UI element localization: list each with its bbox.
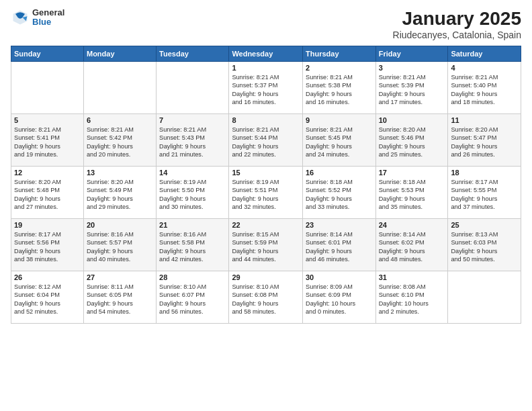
day-info: Sunrise: 8:21 AM Sunset: 5:45 PM Dayligh… (306, 126, 373, 159)
day-number: 5 (14, 116, 81, 124)
day-info: Sunrise: 8:13 AM Sunset: 6:03 PM Dayligh… (451, 230, 518, 264)
day-number: 7 (159, 116, 226, 124)
day-number: 8 (232, 116, 300, 124)
weekday-thursday: Thursday (303, 46, 376, 62)
day-info: Sunrise: 8:15 AM Sunset: 5:59 PM Dayligh… (232, 230, 300, 264)
day-number: 1 (232, 64, 300, 72)
logo-text: General Blue (32, 8, 64, 28)
day-number: 28 (159, 273, 226, 281)
day-info: Sunrise: 8:21 AM Sunset: 5:44 PM Dayligh… (232, 126, 300, 159)
table-row: 9Sunrise: 8:21 AM Sunset: 5:45 PM Daylig… (303, 114, 376, 167)
calendar-title: January 2025 (393, 8, 521, 30)
calendar-subtitle: Riudecanyes, Catalonia, Spain (393, 30, 521, 40)
day-info: Sunrise: 8:21 AM Sunset: 5:42 PM Dayligh… (87, 126, 153, 159)
day-info: Sunrise: 8:14 AM Sunset: 6:01 PM Dayligh… (306, 230, 373, 264)
table-row: 31Sunrise: 8:08 AM Sunset: 6:10 PM Dayli… (375, 271, 448, 324)
day-info: Sunrise: 8:21 AM Sunset: 5:43 PM Dayligh… (159, 126, 226, 159)
day-number: 15 (232, 169, 300, 177)
day-number: 11 (451, 116, 518, 124)
day-number: 30 (306, 273, 373, 281)
day-number: 23 (306, 221, 373, 229)
table-row: 28Sunrise: 8:10 AM Sunset: 6:07 PM Dayli… (157, 271, 229, 324)
table-row: 6Sunrise: 8:21 AM Sunset: 5:42 PM Daylig… (83, 114, 156, 167)
table-row: 7Sunrise: 8:21 AM Sunset: 5:43 PM Daylig… (157, 114, 229, 167)
day-info: Sunrise: 8:21 AM Sunset: 5:38 PM Dayligh… (306, 73, 373, 107)
table-row: 10Sunrise: 8:20 AM Sunset: 5:46 PM Dayli… (375, 114, 448, 167)
weekday-sunday: Sunday (11, 46, 84, 62)
day-number: 6 (87, 116, 153, 124)
day-number: 29 (232, 273, 300, 281)
day-number: 22 (232, 221, 300, 229)
day-info: Sunrise: 8:16 AM Sunset: 5:58 PM Dayligh… (159, 230, 226, 264)
page-header: General Blue January 2025 Riudecanyes, C… (11, 8, 521, 40)
day-number: 27 (87, 273, 153, 281)
table-row: 4Sunrise: 8:21 AM Sunset: 5:40 PM Daylig… (448, 62, 521, 114)
table-row: 16Sunrise: 8:18 AM Sunset: 5:52 PM Dayli… (303, 167, 376, 219)
day-info: Sunrise: 8:08 AM Sunset: 6:10 PM Dayligh… (379, 283, 445, 316)
table-row: 3Sunrise: 8:21 AM Sunset: 5:39 PM Daylig… (375, 62, 448, 114)
day-info: Sunrise: 8:21 AM Sunset: 5:37 PM Dayligh… (232, 73, 300, 107)
day-info: Sunrise: 8:17 AM Sunset: 5:56 PM Dayligh… (14, 230, 81, 264)
table-row: 14Sunrise: 8:19 AM Sunset: 5:50 PM Dayli… (157, 167, 229, 219)
day-number: 20 (87, 221, 153, 229)
day-info: Sunrise: 8:16 AM Sunset: 5:57 PM Dayligh… (87, 230, 153, 264)
weekday-wednesday: Wednesday (229, 46, 303, 62)
table-row: 21Sunrise: 8:16 AM Sunset: 5:58 PM Dayli… (157, 219, 229, 271)
table-row: 19Sunrise: 8:17 AM Sunset: 5:56 PM Dayli… (11, 219, 84, 271)
day-number: 21 (159, 221, 226, 229)
table-row (83, 62, 156, 114)
day-info: Sunrise: 8:18 AM Sunset: 5:53 PM Dayligh… (379, 178, 445, 212)
day-info: Sunrise: 8:11 AM Sunset: 6:05 PM Dayligh… (87, 283, 153, 316)
table-row: 1Sunrise: 8:21 AM Sunset: 5:37 PM Daylig… (229, 62, 303, 114)
table-row: 5Sunrise: 8:21 AM Sunset: 5:41 PM Daylig… (11, 114, 84, 167)
day-info: Sunrise: 8:17 AM Sunset: 5:55 PM Dayligh… (451, 178, 518, 212)
table-row: 29Sunrise: 8:10 AM Sunset: 6:08 PM Dayli… (229, 271, 303, 324)
day-info: Sunrise: 8:12 AM Sunset: 6:04 PM Dayligh… (14, 283, 81, 316)
day-number: 10 (379, 116, 445, 124)
day-info: Sunrise: 8:19 AM Sunset: 5:50 PM Dayligh… (159, 178, 226, 212)
table-row: 20Sunrise: 8:16 AM Sunset: 5:57 PM Dayli… (83, 219, 156, 271)
table-row: 24Sunrise: 8:14 AM Sunset: 6:02 PM Dayli… (375, 219, 448, 271)
table-row: 12Sunrise: 8:20 AM Sunset: 5:48 PM Dayli… (11, 167, 84, 219)
table-row: 17Sunrise: 8:18 AM Sunset: 5:53 PM Dayli… (375, 167, 448, 219)
day-info: Sunrise: 8:20 AM Sunset: 5:46 PM Dayligh… (379, 126, 445, 159)
table-row: 22Sunrise: 8:15 AM Sunset: 5:59 PM Dayli… (229, 219, 303, 271)
title-block: January 2025 Riudecanyes, Catalonia, Spa… (393, 8, 521, 40)
calendar-table: Sunday Monday Tuesday Wednesday Thursday… (11, 46, 521, 324)
day-info: Sunrise: 8:09 AM Sunset: 6:09 PM Dayligh… (306, 283, 373, 316)
logo-blue: Blue (32, 17, 64, 27)
day-info: Sunrise: 8:10 AM Sunset: 6:07 PM Dayligh… (159, 283, 226, 316)
weekday-friday: Friday (375, 46, 448, 62)
day-info: Sunrise: 8:21 AM Sunset: 5:40 PM Dayligh… (451, 73, 518, 107)
day-number: 26 (14, 273, 81, 281)
day-info: Sunrise: 8:21 AM Sunset: 5:41 PM Dayligh… (14, 126, 81, 159)
day-info: Sunrise: 8:14 AM Sunset: 6:02 PM Dayligh… (379, 230, 445, 264)
day-info: Sunrise: 8:20 AM Sunset: 5:47 PM Dayligh… (451, 126, 518, 159)
day-number: 4 (451, 64, 518, 72)
table-row: 11Sunrise: 8:20 AM Sunset: 5:47 PM Dayli… (448, 114, 521, 167)
table-row: 13Sunrise: 8:20 AM Sunset: 5:49 PM Dayli… (83, 167, 156, 219)
logo-general: General (32, 8, 64, 17)
day-number: 16 (306, 169, 373, 177)
day-number: 14 (159, 169, 226, 177)
day-number: 31 (379, 273, 445, 281)
table-row (157, 62, 229, 114)
logo: General Blue (11, 8, 64, 28)
day-number: 25 (451, 221, 518, 229)
table-row: 26Sunrise: 8:12 AM Sunset: 6:04 PM Dayli… (11, 271, 84, 324)
table-row (11, 62, 84, 114)
day-info: Sunrise: 8:21 AM Sunset: 5:39 PM Dayligh… (379, 73, 445, 107)
table-row: 25Sunrise: 8:13 AM Sunset: 6:03 PM Dayli… (448, 219, 521, 271)
day-number: 24 (379, 221, 445, 229)
table-row: 18Sunrise: 8:17 AM Sunset: 5:55 PM Dayli… (448, 167, 521, 219)
table-row: 23Sunrise: 8:14 AM Sunset: 6:01 PM Dayli… (303, 219, 376, 271)
calendar-header: Sunday Monday Tuesday Wednesday Thursday… (11, 46, 521, 62)
day-number: 13 (87, 169, 153, 177)
table-row (448, 271, 521, 324)
table-row: 8Sunrise: 8:21 AM Sunset: 5:44 PM Daylig… (229, 114, 303, 167)
table-row: 27Sunrise: 8:11 AM Sunset: 6:05 PM Dayli… (83, 271, 156, 324)
day-number: 18 (451, 169, 518, 177)
weekday-saturday: Saturday (448, 46, 521, 62)
day-info: Sunrise: 8:18 AM Sunset: 5:52 PM Dayligh… (306, 178, 373, 212)
day-info: Sunrise: 8:10 AM Sunset: 6:08 PM Dayligh… (232, 283, 300, 316)
